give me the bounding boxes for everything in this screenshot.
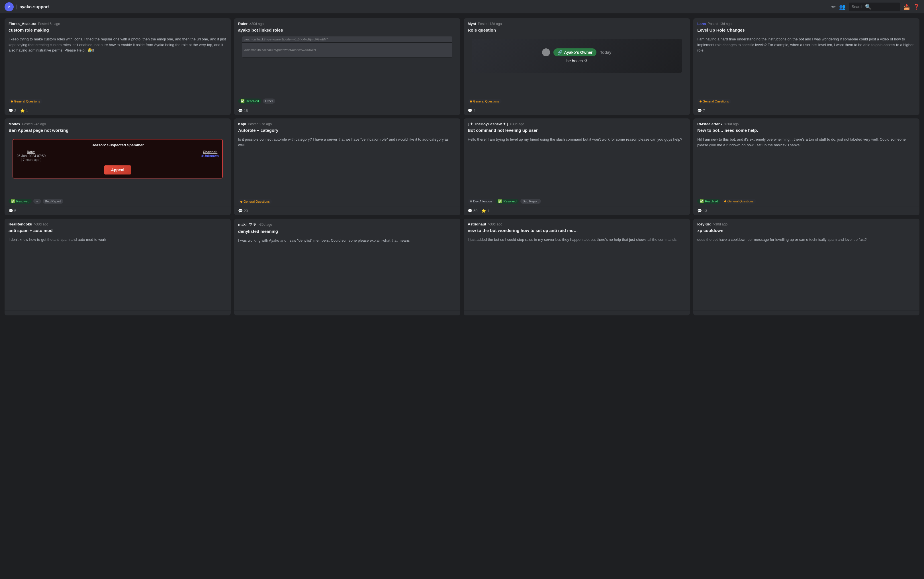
post-body: does the bot have a cooldown per message…	[693, 237, 919, 306]
post-author: Modex	[8, 122, 20, 126]
inbox-icon[interactable]: 📥	[903, 4, 910, 10]
post-card[interactable]: Lana Posted 13d ago Level Up Role Change…	[693, 18, 919, 115]
appeal-button[interactable]: Appeal	[104, 165, 131, 175]
date-label: Date:	[16, 150, 46, 154]
comment-icon: 💬	[468, 108, 472, 113]
post-meta: Lana Posted 13d ago	[697, 21, 916, 26]
post-card[interactable]: maki_マキ >30d ago denylisted meaning I wa…	[234, 219, 460, 316]
post-title: Bot command not leveling up user	[468, 128, 686, 132]
post-text: I was working with Ayako and I saw "deny…	[238, 238, 456, 244]
tag-general: General Questions	[468, 99, 501, 104]
post-text: Is it possible connect autorole with cat…	[238, 137, 456, 148]
post-meta: Kapi Posted 27d ago	[238, 122, 456, 126]
post-body: I just added the bot so I could stop rai…	[464, 237, 690, 306]
appeal-embed: Reason: Suspected Spammer Date: 26 Juni …	[13, 139, 223, 178]
search-bar[interactable]: Search 🔍	[849, 3, 900, 11]
post-title: Ban Appeal page not working	[8, 128, 227, 132]
header: A | ayako-support ✏ 👥 Search 🔍 📥 ❓	[0, 0, 924, 14]
post-title: Level Up Role Changes	[697, 28, 916, 33]
post-meta: IceyKiid >30d ago	[697, 222, 916, 226]
post-body: Hi! I am new to this bot, and it's extre…	[693, 137, 919, 196]
comment-count: 💬 23	[238, 209, 248, 213]
beach-text: he beach :3	[566, 59, 587, 63]
post-card[interactable]: RealRengoku >30d ago anti spam + auto mo…	[5, 219, 231, 316]
header-right: ✏ 👥 Search 🔍 📥 ❓	[831, 3, 919, 11]
post-card[interactable]: IceyKiid >30d ago xp cooldown does the b…	[693, 219, 919, 316]
role-image: 🔗 Ayako's Owner Today he beach :3	[472, 39, 682, 73]
tag-general: General Questions	[8, 99, 43, 104]
post-text: Hello there! I am trying to level up my …	[468, 137, 686, 142]
comment-icon: 💬	[8, 209, 13, 213]
post-time: Posted 27d ago	[248, 122, 272, 126]
post-time: Posted 6d ago	[38, 22, 60, 26]
post-title: ayako bot linked roles	[238, 28, 456, 33]
appeal-date: 26 Juni 2024 07:59	[16, 154, 46, 158]
post-card[interactable]: Flores_Asakura Posted 6d ago custom role…	[5, 18, 231, 115]
post-body: I was working with Ayako and I saw "deny…	[234, 238, 460, 306]
comment-number: 23	[244, 209, 248, 213]
post-time: >30d ago	[510, 122, 524, 126]
post-author: Kapi	[238, 122, 246, 126]
post-time: >30d ago	[34, 222, 48, 226]
comment-icon: 💬	[238, 108, 242, 113]
header-left: A | ayako-support	[5, 2, 829, 11]
post-text: I don't know how to get the anti spam an…	[8, 237, 227, 242]
post-body: 🔗 Ayako's Owner Today he beach :3	[464, 36, 690, 97]
star-count: ⭐ 1	[20, 108, 28, 113]
post-author: RMsteelerfan7	[697, 122, 722, 126]
post-header: maki_マキ >30d ago denylisted meaning	[234, 219, 460, 238]
badge-label: Ayako's Owner	[564, 50, 593, 55]
post-time: >30d ago	[258, 222, 272, 227]
post-title: Autorole + category	[238, 128, 456, 132]
user-avatar	[542, 48, 550, 56]
today-label: Today	[600, 50, 611, 55]
post-card[interactable]: Ruler >30d ago ayako bot linked roles /a…	[234, 18, 460, 115]
post-text: does the bot have a cooldown per message…	[697, 237, 916, 242]
post-author: [ ✦ TheBoyCashew ✦ ]	[468, 122, 508, 126]
star-count: ⭐ 1	[482, 209, 489, 213]
comment-number: 18	[244, 108, 248, 113]
post-meta: Ruler >30d ago	[238, 21, 456, 26]
post-card[interactable]: RMsteelerfan7 >30d ago New to bot… need …	[693, 118, 919, 215]
post-tags	[464, 306, 690, 311]
post-card[interactable]: [ ✦ TheBoyCashew ✦ ] >30d ago Bot comman…	[464, 118, 690, 215]
post-card[interactable]: Kapi Posted 27d ago Autorole + category …	[234, 118, 460, 215]
post-author: Flores_Asakura	[8, 21, 36, 26]
post-title: xp cooldown	[697, 228, 916, 233]
comment-icon: 💬	[8, 108, 13, 113]
post-time: >30d ago	[488, 222, 502, 226]
post-header: Kapi Posted 27d ago Autorole + category	[234, 118, 460, 137]
post-meta: maki_マキ >30d ago	[238, 222, 456, 227]
badge-icon: 🔗	[557, 50, 562, 55]
post-header: Lana Posted 13d ago Level Up Role Change…	[693, 18, 919, 36]
post-footer: 💬 4	[464, 106, 690, 115]
tag-resolved: ✅Resolved	[8, 199, 32, 204]
url-bar-2: /roles/oauth-callback?type=owner&code=wJ…	[244, 48, 316, 52]
post-author: Astridnaut	[468, 222, 486, 226]
comment-number: 13	[703, 209, 707, 213]
members-icon[interactable]: 👥	[839, 4, 845, 10]
post-meta: Modex Posted 24d ago	[8, 122, 227, 126]
edit-icon[interactable]: ✏	[831, 4, 836, 10]
tag-bug: Bug Report	[43, 199, 63, 204]
post-title: custom role making	[8, 28, 227, 33]
post-author: Ruler	[238, 21, 247, 26]
post-footer: 💬 23	[234, 206, 460, 215]
post-meta: Flores_Asakura Posted 6d ago	[8, 21, 227, 26]
post-tags: Dev Attention ✅Resolved Bug Report	[464, 196, 690, 206]
comment-number: 2	[14, 108, 16, 113]
post-header: Ruler >30d ago ayako bot linked roles	[234, 18, 460, 36]
post-card[interactable]: Modex Posted 24d ago Ban Appeal page not…	[5, 118, 231, 215]
post-body: I keep trying to make custom roles with …	[5, 36, 231, 97]
post-text: I just added the bot so I could stop rai…	[468, 237, 686, 242]
help-icon[interactable]: ❓	[913, 4, 919, 10]
post-author: Lana	[697, 21, 706, 26]
comment-count: 💬 5	[8, 209, 16, 213]
post-text: I keep trying to make custom roles with …	[8, 36, 227, 53]
post-body: Reason: Suspected Spammer Date: 26 Juni …	[5, 137, 231, 196]
post-footer: 💬 2 ⭐ 1	[5, 106, 231, 115]
post-header: IceyKiid >30d ago xp cooldown	[693, 219, 919, 237]
post-card[interactable]: Astridnaut >30d ago new to the bot wonde…	[464, 219, 690, 316]
post-card[interactable]: Myst Posted 13d ago Role question 🔗 Ayak…	[464, 18, 690, 115]
posts-grid: Flores_Asakura Posted 6d ago custom role…	[0, 14, 924, 320]
